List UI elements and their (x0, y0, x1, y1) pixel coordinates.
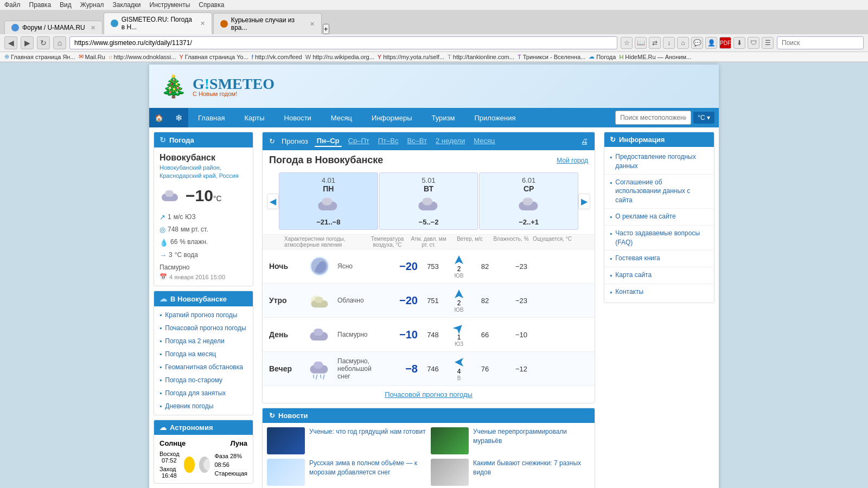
bookmark-7[interactable]: T http://tankionline.com... (448, 54, 514, 60)
nav-maps[interactable]: Карты (234, 110, 274, 126)
vpn-icon[interactable]: 🛡 (748, 37, 760, 49)
nav-search-area: °C ▾ (611, 108, 719, 127)
news-text-0[interactable]: Ученые: что год грядущий нам готовит (309, 427, 426, 436)
bookmark-9[interactable]: ☁ Погода (589, 53, 616, 60)
bookmark-10[interactable]: H HideME.Ru — Аноним... (619, 54, 691, 60)
nav-home-icon-btn[interactable]: 🏠 (149, 108, 169, 127)
forward-button[interactable]: ▶ (21, 36, 34, 49)
download-icon[interactable]: ↓ (663, 37, 675, 49)
info-link-5[interactable]: Карта сайта (604, 267, 714, 284)
bookmark-3[interactable]: Y Главная страница Yo... (179, 54, 248, 60)
info-link-2[interactable]: О рекламе на сайте (604, 209, 714, 226)
news-text-3[interactable]: Какими бывают снежинки: 7 разных видов (473, 459, 590, 477)
humidity-day: 66 (474, 331, 496, 339)
water-unit: °С вода (175, 249, 198, 261)
svg-line-23 (323, 375, 324, 380)
sunset-row: Заход 16:48 (159, 466, 180, 479)
menu-tools[interactable]: Инструменты (150, 1, 190, 9)
forecast-tab-3[interactable]: Вс–Вт (405, 136, 429, 147)
account-icon[interactable]: 👤 (705, 37, 717, 49)
hourly-link-area: Почасовой прогноз погоды (263, 386, 595, 403)
bookmark-0[interactable]: ⊕ Главная страница Ян... (4, 53, 75, 60)
forecast-tab-0[interactable]: Пн–Ср (315, 136, 342, 147)
home-toolbar-icon[interactable]: ⌂ (677, 37, 689, 49)
sidebar-link-4[interactable]: Геомагнитная обстановка (154, 361, 253, 374)
nav-informers[interactable]: Информеры (362, 110, 422, 126)
menu-icon[interactable]: ☰ (762, 37, 774, 49)
bookmark-8[interactable]: T Триникси - Вселенна... (518, 54, 585, 60)
bookmark-1[interactable]: ✉ Mail.Ru (79, 53, 105, 60)
hourly-link[interactable]: Почасовой прогноз погоды (385, 390, 473, 399)
download2-icon[interactable]: ⬇ (733, 37, 745, 49)
tab-forum[interactable]: Форум / U-MAMA.RU ✕ (4, 21, 103, 34)
nav-search-input[interactable] (615, 111, 691, 125)
tab-close-forum[interactable]: ✕ (91, 24, 95, 31)
tab-close-gismeteo[interactable]: ✕ (200, 20, 205, 27)
sidebar-link-3[interactable]: Погода на месяц (154, 348, 253, 361)
info-link-6[interactable]: Контакты (604, 284, 714, 300)
forecast-tab-1[interactable]: Ср–Пт (346, 136, 372, 147)
menu-edit[interactable]: Правка (29, 1, 52, 9)
sidebar-link-5[interactable]: Погода по-старому (154, 374, 253, 387)
sidebar-link-2[interactable]: Погода на 2 недели (154, 335, 253, 348)
nav-main[interactable]: Главная (188, 110, 234, 126)
info-link-1[interactable]: Соглашение об использовании данных с сай… (604, 175, 714, 209)
forecast-tab-2[interactable]: Пт–Вс (376, 136, 401, 147)
menu-view[interactable]: Вид (60, 1, 72, 9)
time-row-night: Ночь Ясно −20 753 (263, 249, 595, 284)
news-text-1[interactable]: Ученые перепрограммировали муравьёв (473, 427, 590, 446)
info-link-3[interactable]: Часто задаваемые вопросы (FAQ) (604, 226, 714, 251)
sidebar-link-1[interactable]: Почасовой прогноз погоды (154, 322, 253, 335)
new-tab-button[interactable]: + (323, 24, 329, 34)
temp-unit-selector[interactable]: °C ▾ (693, 112, 714, 124)
tab-gismeteo[interactable]: GISMETEO.RU: Погода в Н... ✕ (104, 12, 212, 34)
menu-journal[interactable]: Журнал (80, 1, 104, 9)
sidebar-link-0[interactable]: Краткий прогноз погоды (154, 309, 253, 322)
forecast-tab-5[interactable]: Месяц (471, 136, 497, 147)
bookmark-2[interactable]: ○ http://www.odnoklassi... (108, 54, 176, 60)
forecast-tab-4[interactable]: 2 недели (433, 136, 467, 147)
menu-bookmarks[interactable]: Закладки (113, 1, 141, 9)
nav-snowflake-btn[interactable]: ❄ (169, 108, 188, 127)
reading-mode-icon[interactable]: 📖 (635, 37, 647, 49)
bookmark-star-icon[interactable]: ☆ (621, 37, 633, 49)
info-link-0[interactable]: Предоставление погодных данных (604, 149, 714, 175)
nav-apps[interactable]: Приложения (464, 110, 525, 126)
temp-day: −10 (385, 329, 418, 341)
prev-day-button[interactable]: ◀ (267, 194, 279, 209)
bookmark-5[interactable]: W http://ru.wikipedia.org... (305, 54, 374, 60)
address-input[interactable] (69, 36, 617, 49)
home-button[interactable]: ⌂ (53, 36, 66, 49)
nav-tourism[interactable]: Туризм (422, 110, 464, 126)
print-button[interactable]: 🖨 (580, 137, 588, 146)
bookmark-4[interactable]: f http://vk.com/feed (252, 54, 302, 60)
my-city-link[interactable]: Мой город (557, 157, 588, 164)
next-day-button[interactable]: ▶ (578, 194, 590, 209)
tab-label-forum: Форум / U-MAMA.RU (22, 24, 85, 31)
back-button[interactable]: ◀ (4, 36, 17, 49)
pdf-icon[interactable]: PDF (719, 37, 731, 49)
weather-icon-night (306, 253, 333, 280)
browser-search-input[interactable] (777, 36, 864, 49)
nav-month[interactable]: Месяц (321, 110, 362, 126)
sidebar-link-6[interactable]: Погода для занятых (154, 387, 253, 400)
news-text-2[interactable]: Русская зима в полном объёме — к морозам… (309, 459, 426, 477)
moon-label: Луна (231, 439, 247, 447)
bookmark-6[interactable]: Y https://my.yota.ru/self... (378, 54, 444, 60)
info-link-4[interactable]: Гостевая книга (604, 251, 714, 267)
tab-close-curious[interactable]: ✕ (310, 21, 315, 28)
city-region-link1[interactable]: Новокубанский район, (159, 164, 221, 171)
tab-curious[interactable]: Курьезные случаи из вра... ✕ (213, 13, 322, 34)
reload-button[interactable]: ↻ (37, 36, 50, 49)
sync-icon[interactable]: ⇄ (649, 37, 661, 49)
weather-icon-morning (306, 287, 333, 314)
menu-help[interactable]: Справка (199, 1, 224, 9)
nav-news[interactable]: Новости (275, 110, 321, 126)
sidebar-link-7[interactable]: Дневник погоды (154, 400, 253, 413)
news-title: Новости (278, 412, 308, 420)
city-region: Новокубанский район, Краснодарский край,… (159, 164, 247, 181)
city-region-link3[interactable]: Россия (219, 172, 239, 179)
city-region-link2[interactable]: Краснодарский край, (159, 172, 218, 179)
chat-icon[interactable]: 💬 (691, 37, 703, 49)
menu-file[interactable]: Файл (4, 1, 21, 9)
